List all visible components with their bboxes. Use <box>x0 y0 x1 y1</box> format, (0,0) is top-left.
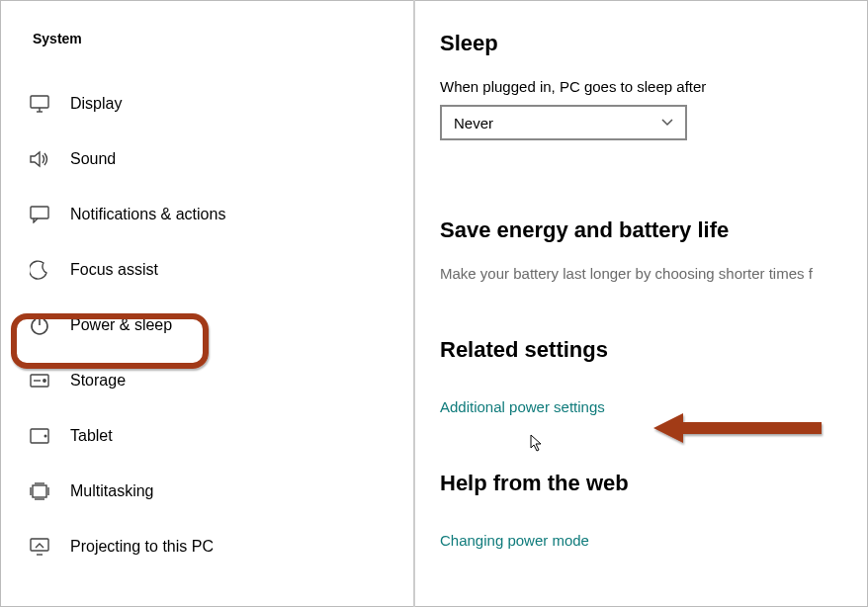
display-icon <box>29 93 50 115</box>
section-help: Help from the web Changing power mode <box>440 471 867 549</box>
sidebar-item-projecting[interactable]: Projecting to this PC <box>1 519 413 574</box>
sidebar-item-multitasking[interactable]: Multitasking <box>1 464 413 519</box>
additional-power-settings-link[interactable]: Additional power settings <box>440 398 605 415</box>
focus-assist-icon <box>29 259 50 281</box>
sidebar-item-label: Power & sleep <box>70 316 172 334</box>
tablet-icon <box>29 425 50 447</box>
sidebar-item-label: Notifications & actions <box>70 206 225 223</box>
section-related: Related settings Additional power settin… <box>440 337 867 415</box>
multitasking-icon <box>29 480 50 502</box>
sidebar-item-label: Multitasking <box>70 482 153 500</box>
changing-power-mode-link[interactable]: Changing power mode <box>440 532 589 549</box>
sidebar: System Display Sound <box>1 1 414 606</box>
svg-rect-11 <box>33 485 46 497</box>
help-heading: Help from the web <box>440 471 867 496</box>
chevron-down-icon <box>661 116 673 130</box>
sidebar-item-label: Sound <box>70 150 116 168</box>
sidebar-item-notifications[interactable]: Notifications & actions <box>1 187 413 242</box>
sidebar-list: Display Sound Notifications & actions <box>1 76 413 574</box>
sidebar-item-label: Tablet <box>70 427 113 445</box>
main-content: Sleep When plugged in, PC goes to sleep … <box>414 1 867 606</box>
sidebar-item-label: Projecting to this PC <box>70 538 214 556</box>
svg-rect-4 <box>31 207 48 218</box>
svg-point-10 <box>44 435 46 437</box>
sound-icon <box>29 148 50 170</box>
sleep-dropdown[interactable]: Never <box>440 105 687 140</box>
sidebar-item-label: Display <box>70 95 122 113</box>
sidebar-item-label: Focus assist <box>70 261 158 279</box>
sidebar-item-display[interactable]: Display <box>1 76 413 131</box>
svg-rect-16 <box>31 539 48 551</box>
sidebar-item-tablet[interactable]: Tablet <box>1 408 413 464</box>
section-energy: Save energy and battery life Make your b… <box>440 217 867 282</box>
power-icon <box>29 314 50 336</box>
storage-icon <box>29 370 50 391</box>
sidebar-title: System <box>1 1 413 76</box>
sidebar-item-focus-assist[interactable]: Focus assist <box>1 242 413 298</box>
svg-marker-3 <box>31 152 40 166</box>
sidebar-item-label: Storage <box>70 372 126 390</box>
projecting-icon <box>29 536 50 558</box>
sidebar-item-storage[interactable]: Storage <box>1 353 413 408</box>
sidebar-item-sound[interactable]: Sound <box>1 131 413 187</box>
sleep-dropdown-value: Never <box>454 115 493 131</box>
sidebar-item-power-sleep[interactable]: Power & sleep <box>1 298 413 353</box>
svg-point-7 <box>43 380 45 382</box>
notifications-icon <box>29 204 50 225</box>
sleep-field-label: When plugged in, PC goes to sleep after <box>440 78 867 95</box>
sleep-heading: Sleep <box>440 31 867 56</box>
related-heading: Related settings <box>440 337 867 363</box>
section-sleep: Sleep When plugged in, PC goes to sleep … <box>440 31 867 140</box>
energy-heading: Save energy and battery life <box>440 217 867 243</box>
svg-rect-0 <box>31 96 48 108</box>
energy-desc: Make your battery last longer by choosin… <box>440 265 867 282</box>
